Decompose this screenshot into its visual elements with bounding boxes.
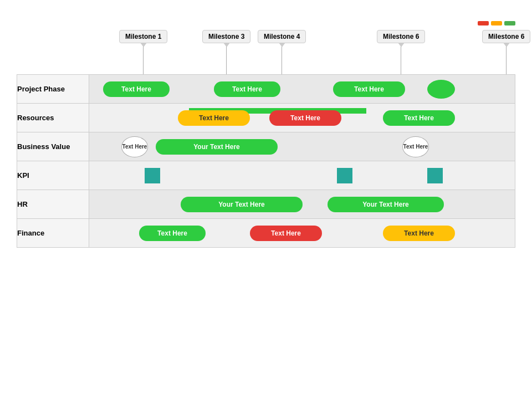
gantt-bar: Text Here — [250, 226, 322, 241]
row-label-3: KPI — [17, 161, 89, 190]
table-row: FinanceText HereText HereText Here — [17, 219, 515, 248]
row-content-4: Your Text HereYour Text Here — [89, 190, 515, 219]
row-content-0: Text HereText HereText Here — [89, 75, 515, 104]
gantt-bar: Text Here — [214, 81, 280, 97]
gantt-bar: Text Here — [383, 226, 455, 241]
legend — [17, 21, 515, 25]
kpi-square — [337, 168, 352, 183]
milestone-label: Milestone 3 — [202, 30, 250, 43]
milestone-label: Milestone 6 — [482, 30, 530, 43]
gantt-bar: Text Here — [103, 81, 170, 97]
milestone-2: Milestone 4 — [258, 30, 306, 74]
row-content-2: Text HereYour Text HereText Here — [89, 132, 515, 161]
table-row: Project PhaseText HereText HereText Here — [17, 75, 515, 104]
gantt-bar: Your Text Here — [328, 197, 444, 212]
legend-high-risk — [478, 21, 489, 25]
milestone-1: Milestone 3 — [202, 30, 250, 74]
gantt-bar: Your Text Here — [181, 197, 303, 212]
row-label-5: Finance — [17, 219, 89, 248]
milestone-3: Milestone 6 — [377, 30, 425, 74]
table-row: Business ValueText HereYour Text HereTex… — [17, 132, 515, 161]
row-label-2: Business Value — [17, 132, 89, 161]
table-row: ResourcesText HereText HereText Here — [17, 104, 515, 132]
row-content-1: Text HereText HereText Here — [89, 104, 515, 132]
bubble-label: Text Here — [402, 136, 429, 157]
milestone-0: Milestone 1 — [119, 30, 167, 74]
row-label-1: Resources — [17, 104, 89, 132]
row-content-5: Text HereText HereText Here — [89, 219, 515, 248]
gantt-bar: Text Here — [269, 110, 341, 126]
row-content-3 — [89, 161, 515, 190]
milestone-4: Milestone 6 — [482, 30, 530, 74]
gantt-bar: Text Here — [333, 81, 405, 97]
table-row: KPI — [17, 161, 515, 190]
row-label-0: Project Phase — [17, 75, 89, 104]
oval-bar — [427, 80, 455, 99]
milestone-label: Milestone 1 — [119, 30, 167, 43]
bubble-label: Text Here — [121, 136, 148, 157]
gantt-bar: Text Here — [178, 110, 250, 126]
gantt-bar: Your Text Here — [156, 139, 278, 155]
milestone-label: Milestone 6 — [377, 30, 425, 43]
gantt-bar: Text Here — [139, 226, 206, 241]
table-row: HRYour Text HereYour Text Here — [17, 190, 515, 219]
legend-medium-risk — [491, 21, 502, 25]
kpi-square — [427, 168, 443, 183]
kpi-square — [145, 168, 160, 183]
milestones-row: Milestone 1 Milestone 3 Milestone 4 Mile… — [17, 30, 515, 74]
row-label-4: HR — [17, 190, 89, 219]
legend-all-ok — [504, 21, 515, 25]
gantt-bar: Text Here — [383, 110, 455, 126]
milestone-label: Milestone 4 — [258, 30, 306, 43]
